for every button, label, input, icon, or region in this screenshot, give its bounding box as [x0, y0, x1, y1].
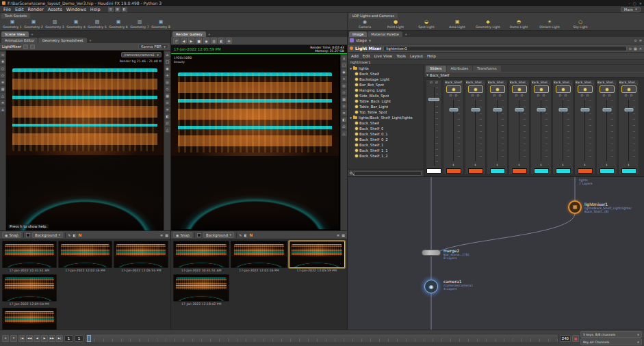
slider-handle[interactable]	[558, 108, 567, 111]
shelf-tool[interactable]: ▥ Geometry 7	[129, 19, 150, 29]
mixer-path-field[interactable]: lightmixer1	[383, 46, 627, 51]
snapshot-thumbnail[interactable]: 17-Jan-2022 12:02:16 PM	[58, 241, 113, 274]
master-color-swatch[interactable]	[426, 168, 441, 174]
mixer-menu-item[interactable]: Help	[425, 54, 438, 58]
render-toolbar-icon[interactable]: ◉	[203, 38, 209, 44]
viewport-tool-icon[interactable]: ≡	[342, 110, 347, 116]
viewport-tool-icon[interactable]: ◧	[342, 117, 347, 122]
shelf-tool[interactable]: ○ Sky Light	[565, 19, 595, 29]
toggle-icon[interactable]	[30, 44, 35, 49]
viewport-camera-selector[interactable]: /cameras/camera1 ▼	[121, 52, 162, 57]
renderer-selector[interactable]: Karma PBR ▼	[138, 44, 168, 49]
viewport-tool-icon[interactable]: ⊙	[165, 100, 170, 105]
shelf-tab[interactable]: LOP Lights and Cameras	[349, 13, 398, 18]
strip-enable-button[interactable]	[600, 85, 615, 93]
tree-light-item[interactable]: Back_Shelf	[348, 120, 424, 126]
mute-icon[interactable]: ∅	[602, 94, 605, 98]
slider-handle[interactable]	[471, 108, 480, 111]
toggle-icon[interactable]	[23, 44, 28, 49]
slider-handle[interactable]	[537, 108, 545, 111]
transport-button[interactable]: |◀	[18, 335, 25, 342]
snap-button[interactable]: ◉ Snap	[2, 232, 21, 238]
viewport-tool-icon[interactable]: △	[342, 131, 347, 136]
viewport-tool-icon[interactable]: ◎	[165, 79, 170, 85]
viewport-tool-icon[interactable]: △	[165, 127, 170, 133]
network-editor[interactable]: ▦ ◉ lights 7 Layers lightmixer1 lights/B…	[348, 177, 644, 330]
search-input[interactable]	[354, 171, 422, 176]
menu-item[interactable]: File	[1, 7, 13, 12]
slider-handle[interactable]	[624, 108, 633, 111]
viewport-tool-icon[interactable]: □	[342, 62, 347, 68]
tab-image[interactable]: Image	[349, 31, 367, 37]
viewport-tool-icon[interactable]: ✚	[0, 59, 5, 64]
viewport-tool-icon[interactable]: □	[165, 59, 170, 64]
transport-button[interactable]: ▶	[41, 335, 48, 342]
solo-icon[interactable]: ∅	[499, 94, 502, 98]
intensity-slider[interactable]	[619, 99, 638, 162]
tree-light-item[interactable]: Top_Table_Spot	[348, 109, 424, 115]
solo-icon[interactable]: ∅	[630, 94, 633, 98]
viewport-tool-icon[interactable]: ⌂	[165, 52, 170, 57]
solo-icon[interactable]: ∅	[587, 94, 589, 98]
mixer-menu-item[interactable]: Live View	[372, 54, 394, 58]
tab-animation-editor[interactable]: Animation Editor	[1, 38, 38, 43]
tree-light-item[interactable]: Back_Shelf_0_2	[348, 137, 424, 142]
node-merge2[interactable]	[422, 250, 441, 256]
light-color-swatch[interactable]	[512, 168, 527, 174]
tab-material-palette[interactable]: Material Palette	[368, 31, 402, 37]
tree-light-item[interactable]: Hanging_Light	[348, 88, 424, 93]
viewport-tool-icon[interactable]: △	[0, 93, 5, 98]
mute-icon[interactable]: ∅	[449, 94, 452, 98]
menubar-tool-icon[interactable]: ▤	[108, 7, 114, 12]
mute-icon[interactable]: ∅	[537, 94, 539, 98]
close-icon[interactable]: ✕	[639, 46, 642, 51]
desktop-selector[interactable]: Main ▼	[621, 7, 641, 12]
strip-enable-button[interactable]	[556, 85, 571, 93]
render-toolbar-icon[interactable]: ◀	[181, 38, 187, 44]
viewport-tool-icon[interactable]: ☀	[342, 76, 347, 81]
mute-icon[interactable]: ∅	[430, 81, 433, 85]
mute-icon[interactable]: ∅	[515, 94, 517, 98]
intensity-value[interactable]: 1	[562, 163, 564, 168]
viewport-tool-icon[interactable]: ▦	[0, 86, 5, 92]
menubar-tool-icon[interactable]: ◧	[122, 7, 127, 12]
mute-icon[interactable]: ∅	[493, 94, 495, 98]
menu-item[interactable]: Help	[88, 7, 103, 12]
mixer-menu-item[interactable]: Layout	[408, 54, 425, 58]
current-frame-field[interactable]: 1	[64, 335, 73, 342]
tab-attributes[interactable]: Attributes	[447, 66, 473, 72]
viewport-tool-icon[interactable]: ◉	[342, 69, 347, 75]
snapshot-thumbnail[interactable]: 17-Jan-2022 12:09:54 PM	[2, 274, 57, 307]
viewport-tool-icon[interactable]: ⊕	[0, 79, 5, 85]
light-color-swatch[interactable]	[490, 168, 505, 174]
key-mode-selector[interactable]: Key All Channels ▼	[580, 338, 642, 345]
mute-icon[interactable]: ∅	[580, 94, 583, 98]
strip-enable-button[interactable]	[512, 85, 527, 93]
slider-handle[interactable]	[580, 108, 589, 111]
shelf-tool[interactable]: ▣ Geometry 4	[66, 19, 86, 29]
shelf-tab[interactable]: Tech Sockets	[1, 13, 30, 18]
new-tab-button[interactable]: +	[207, 31, 212, 37]
mixer-menu-item[interactable]: Edit	[361, 54, 372, 58]
intensity-slider[interactable]	[597, 99, 616, 162]
render-toolbar-icon[interactable]: ◧	[218, 38, 224, 44]
playbar-menu-icon[interactable]: ≡	[2, 335, 9, 342]
viewport-tool-icon[interactable]: ▦	[165, 93, 170, 98]
render-toolbar-icon[interactable]: ↺	[173, 38, 179, 44]
snapshot-thumbnail[interactable]: 17-Jan-2022 10:31:51 AM	[173, 241, 229, 274]
menu-item[interactable]: Assets	[46, 7, 64, 12]
scene-viewport[interactable]: ⊙✚○◇⊕▦△≡⌂ /cameras/camera1 ▼ Render bg 2…	[0, 51, 170, 230]
new-tab-button[interactable]: +	[88, 38, 93, 43]
intensity-slider[interactable]	[466, 99, 485, 162]
snap-button[interactable]: ◉ Snap	[173, 232, 192, 238]
viewport-tool-icon[interactable]: ◉	[165, 66, 170, 71]
shelf-tool[interactable]: ● Point Light	[381, 19, 411, 29]
solo-icon[interactable]: ∅	[455, 94, 458, 98]
tab-geometry-spreadsheet[interactable]: Geometry Spreadsheet	[38, 38, 86, 43]
viewport-tool-icon[interactable]: ◇	[0, 72, 5, 78]
solo-icon[interactable]: ∅	[521, 94, 524, 98]
node-camera1[interactable]: ◉	[424, 280, 438, 293]
background-swatch[interactable]	[197, 233, 201, 237]
maximize-button[interactable]: ▢	[633, 1, 636, 5]
shelf-tool[interactable]: ☀ Distant Light	[534, 19, 565, 29]
